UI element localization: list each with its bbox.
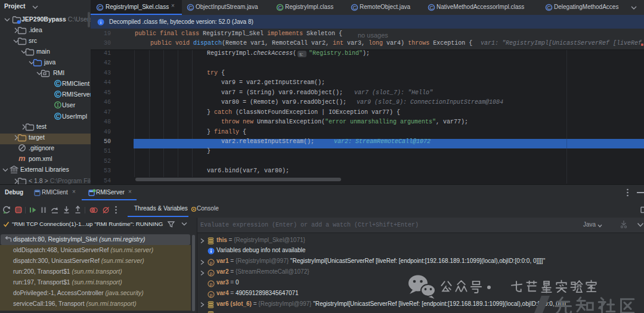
svg-text:C: C xyxy=(98,5,101,11)
svg-text:C: C xyxy=(547,5,550,11)
svg-text:C: C xyxy=(352,5,356,11)
svg-text:p: p xyxy=(210,292,213,297)
svg-text:p: p xyxy=(210,281,213,287)
svg-text:C: C xyxy=(188,5,192,11)
svg-text:C: C xyxy=(278,5,281,11)
svg-text:C: C xyxy=(429,5,433,11)
svg-text:p: p xyxy=(210,271,213,276)
svg-text:p: p xyxy=(210,260,213,265)
